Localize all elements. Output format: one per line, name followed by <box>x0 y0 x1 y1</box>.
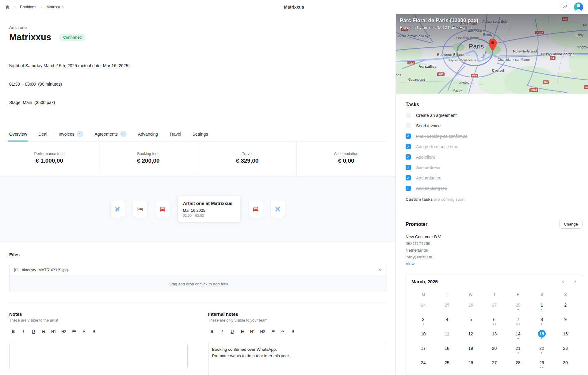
heading2-button[interactable]: H2 <box>60 327 68 335</box>
underline-button[interactable]: U <box>29 327 37 335</box>
task-label: Mark booking as confirmed <box>416 134 468 139</box>
italic-button[interactable]: I <box>218 327 226 335</box>
venue-map[interactable]: ArgenteuilSaint-DenisAulnay-sous-BoisCol… <box>396 14 588 94</box>
heading1-button[interactable]: H1 <box>249 327 257 335</box>
calendar-day[interactable]: 7 <box>506 315 530 327</box>
task-checkbox[interactable] <box>406 175 411 180</box>
file-row[interactable]: Itinerary_MATRIXXUS.jpg ✕ <box>10 264 387 276</box>
calendar-day[interactable]: 13 <box>483 330 506 341</box>
calendar-day[interactable]: 24 <box>411 301 435 312</box>
flight-return-item[interactable] <box>271 200 285 218</box>
tab[interactable]: Overview <box>9 128 27 141</box>
task-checkbox[interactable] <box>406 144 411 149</box>
calendar-day[interactable]: 25 <box>435 359 459 370</box>
task-checkbox[interactable] <box>406 154 411 160</box>
calendar-day[interactable]: 6 <box>554 373 577 375</box>
bullet-list-icon[interactable] <box>70 327 78 335</box>
tab[interactable]: Settings <box>193 128 208 141</box>
bold-button[interactable]: B <box>9 327 17 335</box>
calendar-day[interactable]: 27 <box>483 301 506 312</box>
task-checkbox[interactable] <box>406 113 411 118</box>
notes-input[interactable] <box>9 343 188 369</box>
internal-notes-heading: Internal notes <box>208 311 387 317</box>
home-icon[interactable] <box>5 5 10 10</box>
performance-card[interactable]: Artist one at Matrixxus Mar 16 2025 01:3… <box>178 196 240 222</box>
heading2-button[interactable]: H2 <box>259 327 267 335</box>
file-dropzone[interactable]: Drag and drop or click to add files <box>10 276 387 292</box>
calendar-day[interactable]: 26 <box>459 359 483 370</box>
calendar-day[interactable]: 19 <box>459 344 483 355</box>
calendar-day[interactable]: 6 <box>483 315 506 327</box>
calendar-day[interactable]: 12 <box>459 330 483 341</box>
calendar-day[interactable]: 10 <box>411 330 435 341</box>
calendar-day[interactable]: 4 <box>506 373 530 375</box>
breadcrumb-bookings[interactable]: Bookings <box>20 5 36 9</box>
calendar-day[interactable]: 9 <box>554 315 577 327</box>
calendar-day[interactable]: 5 <box>459 315 483 327</box>
blockquote-button[interactable]: “ <box>80 327 88 335</box>
calendar-day[interactable]: 17 <box>411 344 435 355</box>
calendar-day[interactable]: 27 <box>483 359 506 370</box>
bold-button[interactable]: B <box>208 327 216 335</box>
calendar-day[interactable]: 5 <box>530 373 553 375</box>
calendar-day[interactable]: 2 <box>554 301 577 312</box>
calendar-day[interactable]: 23 <box>554 344 577 355</box>
strikethrough-button[interactable]: S <box>40 327 48 335</box>
transfer-departure-item[interactable] <box>249 200 263 218</box>
italic-button[interactable]: I <box>19 327 27 335</box>
topbar: Bookings Matrixxus Matrixxus <box>0 0 588 14</box>
bullet-list-icon[interactable] <box>269 327 277 335</box>
calendar-day[interactable]: 1 <box>435 373 459 375</box>
calendar-day[interactable]: 24 <box>411 359 435 370</box>
calendar-day[interactable]: 15 <box>530 330 553 341</box>
remove-file-icon[interactable]: ✕ <box>377 267 383 273</box>
stats-button[interactable] <box>560 2 570 12</box>
user-avatar[interactable] <box>574 2 583 12</box>
calendar-day[interactable]: 16 <box>554 330 577 341</box>
task-checkbox[interactable] <box>406 165 411 170</box>
underline-button[interactable]: U <box>228 327 236 335</box>
weekday-label: M <box>411 290 435 300</box>
heading1-button[interactable]: H1 <box>50 327 58 335</box>
transfer-arrival-item[interactable] <box>155 200 170 218</box>
calendar-day[interactable]: 4 <box>435 315 459 327</box>
calendar-day[interactable]: 25 <box>435 301 459 312</box>
calendar-day[interactable]: 11 <box>435 330 459 341</box>
calendar-day[interactable]: 8 <box>530 315 553 327</box>
task-checkbox[interactable] <box>406 133 411 139</box>
calendar-next-icon[interactable]: › <box>573 278 577 284</box>
strikethrough-button[interactable]: S <box>239 327 246 335</box>
calendar-day[interactable]: 3 <box>483 373 506 375</box>
change-promoter-button[interactable]: Change <box>559 220 582 229</box>
calendar-prev-icon[interactable]: ‹ <box>561 278 565 284</box>
blockquote-button[interactable]: “ <box>279 327 287 335</box>
calendar-day[interactable]: 28 <box>506 301 530 312</box>
calendar-day[interactable]: 1 <box>530 301 553 312</box>
calendar-day[interactable]: 22 <box>530 344 553 355</box>
calendar-day[interactable]: 2 <box>459 373 483 375</box>
promoter-view-link[interactable]: View <box>406 261 582 267</box>
calendar-day[interactable]: 3 <box>411 315 435 327</box>
hotel-item[interactable] <box>133 200 147 218</box>
calendar-day[interactable]: 30 <box>554 359 577 370</box>
task-checkbox[interactable] <box>406 186 411 191</box>
calendar-day[interactable]: 18 <box>435 344 459 355</box>
breadcrumb-current[interactable]: Matrixxus <box>46 5 63 9</box>
tab[interactable]: Deal <box>38 128 47 141</box>
calendar-day[interactable]: 28 <box>506 359 530 370</box>
link-icon[interactable] <box>90 327 98 335</box>
tab[interactable]: Agreements 0 <box>95 128 127 141</box>
tab[interactable]: Travel <box>169 128 181 141</box>
flight-outbound-item[interactable] <box>111 200 125 218</box>
task-checkbox[interactable] <box>406 123 411 128</box>
calendar-day[interactable]: 26 <box>459 301 483 312</box>
calendar-day[interactable]: 14 <box>506 330 530 341</box>
link-icon[interactable] <box>289 327 297 335</box>
tab[interactable]: Invoices 1 <box>59 128 83 141</box>
tab[interactable]: Advancing <box>138 128 158 141</box>
calendar-day[interactable]: 20 <box>483 344 506 355</box>
calendar-day[interactable]: 31 <box>411 373 435 375</box>
internal-notes-input[interactable]: Booking confirmed over WhatsApp. Promote… <box>208 343 387 375</box>
calendar-day[interactable]: 29 <box>530 359 553 370</box>
calendar-day[interactable]: 21 <box>506 344 530 355</box>
